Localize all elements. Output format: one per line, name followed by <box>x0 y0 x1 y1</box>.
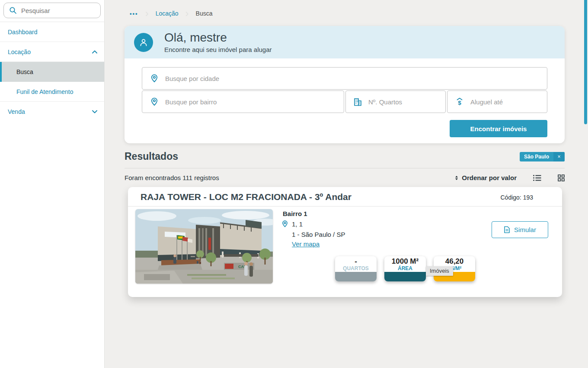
sort-by-value[interactable]: Ordenar por valor <box>462 174 517 181</box>
search-form: $ Encontrar imóveis <box>125 58 565 143</box>
stat-value: - <box>355 258 357 265</box>
property-neighborhood: Bairro 1 <box>283 210 307 217</box>
sidebar-item-busca[interactable]: Busca <box>0 62 104 82</box>
stat-value: 46,20 <box>445 258 464 265</box>
stat-bar <box>335 272 377 281</box>
sort-controls: Ordenar por valor <box>455 174 565 181</box>
results-divider <box>125 168 565 168</box>
money-icon: $ <box>455 97 464 107</box>
greeting-subtitle: Encontre aqui seu imóvel para alugar <box>164 46 272 53</box>
city-field[interactable] <box>142 67 547 90</box>
sidebar-item-dashboard[interactable]: Dashboard <box>0 22 104 42</box>
city-input[interactable] <box>165 75 541 82</box>
property-title: RAJA TOWER - LOC M2 FRACIONADA - 3º Anda… <box>141 192 352 202</box>
property-card: RAJA TOWER - LOC M2 FRACIONADA - 3º Anda… <box>128 187 562 297</box>
find-properties-button[interactable]: Encontrar imóveis <box>450 120 547 137</box>
filter-chip-sao-paulo[interactable]: São Paulo × <box>520 152 565 161</box>
property-divider <box>128 206 562 207</box>
rent-field[interactable]: $ <box>447 90 547 113</box>
building-icon <box>353 97 362 107</box>
rent-input[interactable] <box>470 98 541 106</box>
stat-label: ÁREA <box>398 265 412 272</box>
results-meta: Foram encontrados 111 registros Ordenar … <box>125 174 565 181</box>
neighborhood-field[interactable] <box>142 90 344 113</box>
sidebar-item-label: Busca <box>16 68 33 75</box>
stat-label: QUARTOS <box>343 265 369 272</box>
chevron-up-icon <box>92 50 97 54</box>
imoveis-tooltip: Imóveis <box>426 266 453 276</box>
property-stats: - QUARTOS 1000 M² ÁREA 46,20 R$/M² <box>335 256 475 281</box>
results-header: Resultados São Paulo × <box>125 151 565 162</box>
results-count: Foram encontrados 111 registros <box>125 174 219 181</box>
stat-bar <box>384 272 426 281</box>
sidebar-search[interactable] <box>3 3 101 18</box>
sidebar-item-label: Dashboard <box>8 29 38 36</box>
view-map-link[interactable]: Ver mapa <box>292 240 320 248</box>
breadcrumb-current-busca: Busca <box>196 10 213 17</box>
property-code: Código: 193 <box>500 194 533 201</box>
property-location: 1, 1 <box>281 220 303 228</box>
grid-view-icon[interactable] <box>558 174 565 181</box>
property-address-line2: 1 - São Paulo / SP <box>292 231 345 238</box>
ellipsis-icon[interactable]: ••• <box>130 10 138 17</box>
neighborhood-input[interactable] <box>165 98 338 106</box>
location-pin-icon <box>150 97 159 107</box>
avatar <box>134 33 153 52</box>
stat-chip-quartos[interactable]: - QUARTOS <box>335 256 377 281</box>
breadcrumb-link-locacao[interactable]: Locação <box>156 10 179 17</box>
results-title: Resultados <box>125 151 178 162</box>
sidebar: Dashboard Locação Busca Funil de Atendim… <box>0 0 105 368</box>
chevron-down-icon <box>92 110 97 113</box>
scrollbar-thumb[interactable] <box>584 0 587 124</box>
property-address-line1: 1, 1 <box>292 220 303 228</box>
location-pin-icon <box>150 74 159 83</box>
main-content: ••• › Locação › Busca Olá, mestre Encont… <box>105 0 588 368</box>
simulate-button-label: Simular <box>514 226 536 233</box>
stat-value: 1000 M² <box>392 258 419 265</box>
location-pin-icon <box>281 220 289 228</box>
breadcrumb-separator: › <box>145 10 149 16</box>
greeting-title: Olá, mestre <box>164 31 272 45</box>
greeting-text: Olá, mestre Encontre aqui seu imóvel par… <box>164 31 272 53</box>
rooms-input[interactable] <box>368 98 439 106</box>
sidebar-item-venda[interactable]: Venda <box>0 102 104 122</box>
sidebar-search-wrap <box>0 0 104 22</box>
rooms-field[interactable] <box>345 90 446 113</box>
greeting-banner: Olá, mestre Encontre aqui seu imóvel par… <box>125 26 565 58</box>
sidebar-item-label: Locação <box>8 48 31 55</box>
breadcrumb-separator: › <box>185 10 189 16</box>
filter-chip-label: São Paulo <box>520 152 553 161</box>
list-view-icon[interactable] <box>533 174 541 181</box>
sidebar-item-locacao[interactable]: Locação <box>0 42 104 62</box>
document-icon <box>504 226 510 233</box>
sidebar-search-input[interactable] <box>21 7 95 14</box>
search-icon <box>9 6 17 14</box>
svg-text:$: $ <box>458 100 461 106</box>
breadcrumb: ••• › Locação › Busca <box>130 10 565 17</box>
person-icon <box>138 37 149 48</box>
simulate-button[interactable]: Simular <box>492 221 548 238</box>
sidebar-item-label: Funil de Atendimento <box>16 88 74 95</box>
property-photo: CAU <box>135 209 273 284</box>
sidebar-item-funil-de-atendimento[interactable]: Funil de Atendimento <box>0 82 104 102</box>
close-icon[interactable]: × <box>553 152 565 161</box>
sidebar-item-label: Venda <box>8 108 25 115</box>
sort-icon[interactable] <box>455 176 458 180</box>
stat-chip-area[interactable]: 1000 M² ÁREA <box>384 256 426 281</box>
search-card: Olá, mestre Encontre aqui seu imóvel par… <box>125 26 565 143</box>
